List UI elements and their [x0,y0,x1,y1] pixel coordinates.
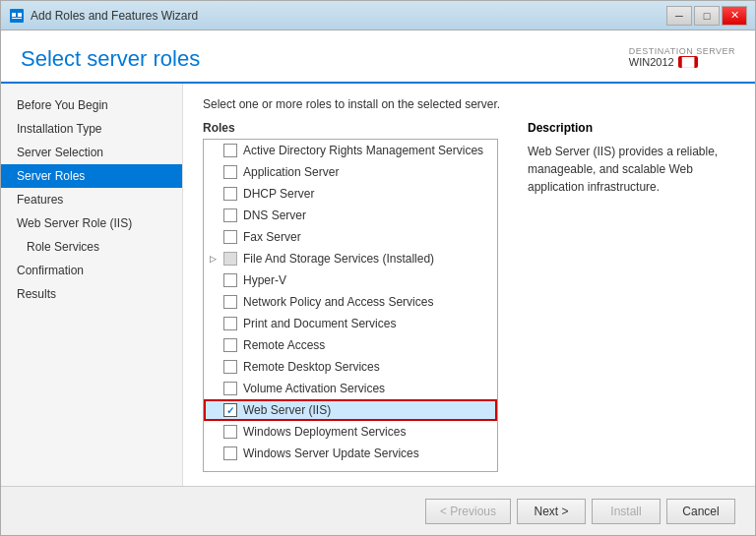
role-label-windows-server-update: Windows Server Update Services [243,447,419,460]
role-item-application-server[interactable]: Application Server [204,161,497,183]
header-section: Select server roles DESTINATION SERVER W… [1,30,755,84]
role-label-remote-desktop: Remote Desktop Services [243,360,380,374]
svg-rect-2 [18,13,22,17]
role-checkbox-remote-desktop[interactable] [223,360,237,374]
minimize-button[interactable]: ─ [666,6,692,26]
main-content: Select one or more roles to install on t… [183,84,755,486]
expand-arrow-icon: ▷ [210,254,223,264]
role-label-web-server-iis: Web Server (IIS) [243,403,331,417]
sidebar-item-role-services[interactable]: Role Services [1,235,182,259]
roles-listbox[interactable]: Active Directory Rights Management Servi… [203,139,498,472]
page-title: Select server roles [21,46,200,72]
title-bar-left: Add Roles and Features Wizard [9,8,198,24]
role-item-windows-deployment[interactable]: Windows Deployment Services [204,421,497,443]
close-button[interactable]: ✕ [722,6,747,26]
server-name-row: WIN2012 ██ [629,56,735,68]
role-checkbox-windows-server-update[interactable] [223,447,237,460]
previous-button[interactable]: < Previous [425,499,511,524]
role-item-dns-server[interactable]: DNS Server [204,205,497,226]
role-checkbox-print-document[interactable] [223,317,237,330]
roles-header: Roles [203,121,498,135]
role-item-volume-activation[interactable]: Volume Activation Services [204,378,497,399]
role-checkbox-active-directory[interactable] [223,144,237,157]
role-checkbox-fax-server[interactable] [223,230,237,244]
role-checkbox-dns-server[interactable] [223,208,237,222]
role-item-hyper-v[interactable]: Hyper-V [204,269,497,291]
title-bar: Add Roles and Features Wizard ─ □ ✕ [1,1,755,30]
sidebar-item-results[interactable]: Results [1,282,182,306]
description-header: Description [528,121,735,135]
svg-rect-1 [12,13,16,17]
sidebar: Before You Begin Installation Type Serve… [1,84,183,486]
window-icon [9,8,25,24]
roles-list-container: Roles Active Directory Rights Management… [203,121,498,472]
role-label-application-server: Application Server [243,165,339,179]
maximize-button[interactable]: □ [694,6,720,26]
destination-server: DESTINATION SERVER WIN2012 ██ [629,46,735,68]
content-area: Select server roles DESTINATION SERVER W… [1,30,755,486]
sidebar-item-server-selection[interactable]: Server Selection [1,141,182,164]
main-body: Before You Begin Installation Type Serve… [1,84,755,486]
role-item-print-document[interactable]: Print and Document Services [204,313,497,334]
description-panel: Description Web Server (IIS) provides a … [518,121,735,472]
role-label-dns-server: DNS Server [243,208,306,222]
role-checkbox-remote-access[interactable] [223,338,237,352]
next-button[interactable]: Next > [517,499,586,524]
role-label-active-directory: Active Directory Rights Management Servi… [243,144,483,157]
instruction-text: Select one or more roles to install on t… [203,97,735,111]
role-item-remote-access[interactable]: Remote Access [204,334,497,356]
description-text: Web Server (IIS) provides a reliable, ma… [528,143,735,196]
footer: < Previous Next > Install Cancel [1,486,755,535]
server-name-text: WIN2012 [629,56,674,68]
role-checkbox-dhcp-server[interactable] [223,187,237,201]
role-label-network-policy: Network Policy and Access Services [243,295,433,309]
title-bar-buttons: ─ □ ✕ [666,6,747,26]
destination-label: DESTINATION SERVER [629,46,735,56]
cancel-button[interactable]: Cancel [666,499,735,524]
role-checkbox-network-policy[interactable] [223,295,237,309]
roles-panel: Roles Active Directory Rights Management… [203,121,735,472]
role-label-hyper-v: Hyper-V [243,273,286,287]
install-button[interactable]: Install [592,499,661,524]
role-item-remote-desktop[interactable]: Remote Desktop Services [204,356,497,378]
role-checkbox-hyper-v[interactable] [223,273,237,287]
role-item-windows-server-update[interactable]: Windows Server Update Services [204,443,497,464]
role-item-network-policy[interactable]: Network Policy and Access Services [204,291,497,313]
sidebar-item-features[interactable]: Features [1,188,182,211]
role-label-dhcp-server: DHCP Server [243,187,314,201]
server-status-badge: ██ [678,56,699,68]
role-item-file-storage-services[interactable]: ▷File And Storage Services (Installed) [204,248,497,269]
role-item-dhcp-server[interactable]: DHCP Server [204,183,497,205]
sidebar-item-web-server-role[interactable]: Web Server Role (IIS) [1,211,182,235]
role-label-print-document: Print and Document Services [243,317,396,330]
role-label-file-storage-services: File And Storage Services (Installed) [243,252,434,266]
role-label-volume-activation: Volume Activation Services [243,382,385,395]
wizard-window: Add Roles and Features Wizard ─ □ ✕ Sele… [0,0,756,536]
role-checkbox-volume-activation[interactable] [223,382,237,395]
role-label-fax-server: Fax Server [243,230,301,244]
sidebar-item-server-roles[interactable]: Server Roles [1,164,182,188]
role-item-web-server-iis[interactable]: Web Server (IIS) [204,399,497,421]
role-item-active-directory[interactable]: Active Directory Rights Management Servi… [204,140,497,161]
role-checkbox-web-server-iis[interactable] [223,403,237,417]
role-label-windows-deployment: Windows Deployment Services [243,425,406,439]
role-checkbox-windows-deployment[interactable] [223,425,237,439]
sidebar-item-before-begin[interactable]: Before You Begin [1,93,182,117]
role-label-remote-access: Remote Access [243,338,325,352]
role-item-fax-server[interactable]: Fax Server [204,226,497,248]
role-checkbox-file-storage-services[interactable] [223,252,237,266]
role-checkbox-application-server[interactable] [223,165,237,179]
sidebar-item-installation-type[interactable]: Installation Type [1,117,182,141]
window-title: Add Roles and Features Wizard [31,9,198,23]
svg-rect-3 [12,18,22,19]
sidebar-item-confirmation[interactable]: Confirmation [1,259,182,282]
